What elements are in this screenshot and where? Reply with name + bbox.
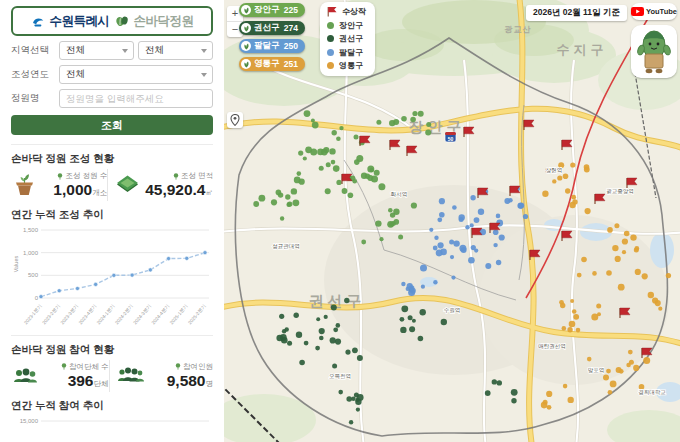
participation-trend-title: 연간 누적 참여 추이 [11,399,213,413]
map-area-label: 권선구 [309,292,366,309]
legend-dot [327,62,334,69]
leaf-bullet-icon [61,363,67,370]
hand-icon [241,59,251,69]
badge-count: 251 [284,59,298,69]
station-label: 수원역 [444,307,461,313]
badge-count: 274 [284,23,298,33]
station-label: 화서역 [391,191,408,197]
youtube-icon [631,7,644,16]
garden-area-label: 조성 면적 [181,171,213,181]
garden-count-label: 조성 정원 수 [65,171,107,181]
svg-text:1,000: 1,000 [23,249,39,255]
creation-stats: 조성 정원 수 1,000개소 조성 면적 45,920.4㎡ [11,169,213,201]
filter-name-row: 정원명 [11,89,213,108]
org-count-value: 396단체 [43,372,109,390]
youtube-button[interactable]: YouTube [631,3,677,20]
people-count-label: 참여인원 [183,362,213,372]
participation-section-title: 손바닥 정원 참여 현황 [11,335,213,357]
garden-count-label-row: 조성 정원 수 [42,171,107,181]
svg-text:500: 500 [28,272,39,278]
legend-label: 수상작 [342,6,366,17]
station-label: 망포역 [588,367,605,374]
district-badge-장안구[interactable]: 장안구225 [239,3,305,17]
region-label: 지역선택 [11,44,55,57]
year-label: 조성연도 [11,68,55,81]
region-select-2-value: 전체 [145,44,164,57]
location-pin-icon [230,114,240,126]
people-icon [116,364,144,388]
award-flag-icon [327,6,337,17]
area-icon [114,171,141,198]
district-badge-권선구[interactable]: 권선구274 [239,21,305,35]
leaf-bullet-icon [173,173,179,180]
youtube-label: YouTube [646,7,677,16]
svg-text:2024-1분기: 2024-1분기 [96,303,116,325]
region-select-1[interactable]: 전체 [59,41,134,60]
legend-item-팔달구: 팔달구 [327,46,366,60]
garden-count-stat: 조성 정원 수 1,000개소 [11,169,107,201]
svg-text:15,000: 15,000 [20,418,39,424]
map-canvas[interactable]: 장안구권선구수지구광교산 화서역수원역오목천역매탄권선역망포역경희대학교광교중앙… [224,0,680,442]
svg-text:2023-1분기: 2023-1분기 [23,303,43,325]
leaf-bullet-icon [175,363,181,370]
badge-district-name: 권선구 [254,22,280,34]
people-count-value: 9,580명 [148,372,214,390]
station-label: 상현역 [546,167,563,174]
creation-trend-title: 연간 누적 조성 추이 [11,208,213,222]
org-count-label-row: 참여단체 수 [43,362,109,372]
svg-text:0: 0 [35,295,39,301]
leaf-bullet-icon [57,173,63,180]
legend-label: 권선구 [339,33,363,44]
legend-item-수상작: 수상작 [327,5,366,19]
filter-year-row: 조성연도 전체 [11,65,213,84]
garden-name-label: 정원명 [11,92,55,105]
year-select-value: 전체 [66,68,85,81]
app-header: 수원특례시 손바닥정원 [11,6,213,36]
svg-text:2024-4분기: 2024-4분기 [151,303,171,325]
sidebar: 수원특례시 손바닥정원 지역선택 전체 전체 조성연도 전체 정원명 [0,0,224,442]
svg-text:2025-1분기: 2025-1분기 [169,303,189,325]
garden-area-stat: 조성 면적 45,920.4㎡ [107,169,213,201]
district-badges: 장안구225권선구274팔달구250영통구251 [239,3,305,75]
map-area-label: 장안구 [409,118,466,135]
svg-text:Values: Values [13,255,19,272]
station-label: 경희대학교 [638,389,666,396]
app-name: 손바닥정원 [134,13,194,30]
garden-area-value: 45,920.4㎡ [145,181,213,199]
filter-region-row: 지역선택 전체 전체 [11,41,213,60]
map-area-label: 수지구 [557,42,608,57]
badge-district-name: 영통구 [254,58,280,70]
my-location-button[interactable] [227,112,243,128]
garden-name-input[interactable] [59,89,213,108]
dashboard: 수원특례시 손바닥정원 지역선택 전체 전체 조성연도 전체 정원명 [0,0,680,442]
svg-text:2024-3분기: 2024-3분기 [133,303,153,325]
svg-text:50: 50 [448,136,454,142]
station-label: 매탄권선역 [538,343,566,349]
creation-trend-chart: 05001,0001,500Values2023-1분기2023-2분기2023… [11,224,213,326]
legend-dot [327,49,334,56]
year-select[interactable]: 전체 [59,65,213,84]
participation-stats: 참여단체 수 396단체 참여인원 9,580명 [11,360,213,392]
people-count-stat: 참여인원 9,580명 [109,360,214,392]
region-select-2[interactable]: 전체 [138,41,213,60]
legend-dot [327,22,334,29]
hand-icon [241,5,251,15]
svg-text:2025-2분기: 2025-2분기 [187,303,207,325]
badge-count: 250 [284,41,298,51]
garden-logo-leaf-icon [115,14,129,28]
cactus-mascot-icon [634,28,674,75]
org-count-label: 참여단체 수 [69,362,109,372]
station-label: 광교중앙역 [606,188,634,195]
district-badge-영통구[interactable]: 영통구251 [239,57,305,71]
flower-pot-icon [11,171,38,198]
search-button[interactable]: 조회 [11,115,213,135]
mascot-card [631,25,677,78]
station-label: 성균관대역 [272,243,300,250]
district-badge-팔달구[interactable]: 팔달구250 [239,39,305,53]
svg-text:2023-3분기: 2023-3분기 [60,303,80,325]
hand-icon [241,23,251,33]
svg-text:2023-2분기: 2023-2분기 [41,303,61,325]
map-legend: 수상작장안구권선구팔달구영통구 [320,2,375,76]
badge-count: 225 [284,5,298,15]
legend-item-영통구: 영통구 [327,59,366,73]
